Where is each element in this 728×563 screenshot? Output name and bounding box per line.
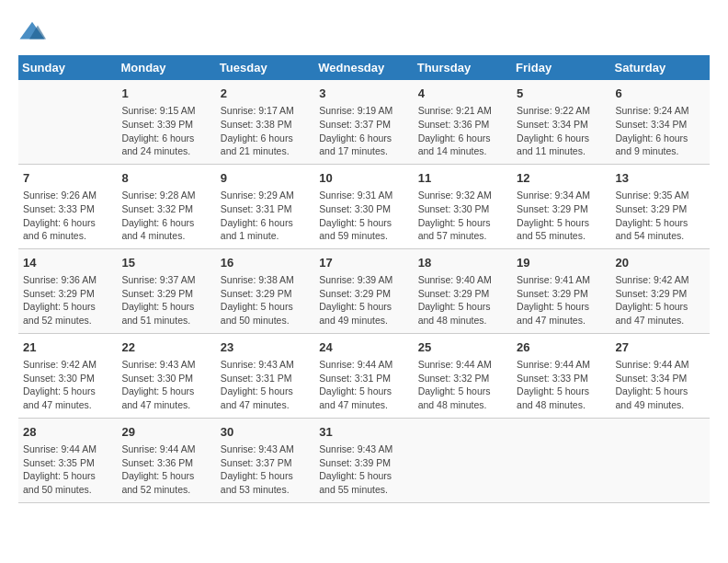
day-info: Sunrise: 9:35 AMSunset: 3:29 PMDaylight:… bbox=[616, 189, 705, 243]
day-info: Sunrise: 9:32 AMSunset: 3:30 PMDaylight:… bbox=[418, 189, 507, 243]
day-info: Sunrise: 9:37 AMSunset: 3:29 PMDaylight:… bbox=[121, 273, 210, 327]
day-number: 3 bbox=[319, 86, 408, 102]
header-day-friday: Friday bbox=[512, 55, 610, 80]
header-day-tuesday: Tuesday bbox=[216, 55, 314, 80]
day-number: 12 bbox=[517, 170, 606, 187]
day-number: 21 bbox=[23, 339, 112, 356]
calendar-cell: 31Sunrise: 9:43 AMSunset: 3:39 PMDayligh… bbox=[314, 418, 413, 502]
calendar-cell: 17Sunrise: 9:39 AMSunset: 3:29 PMDayligh… bbox=[314, 248, 413, 333]
day-number: 9 bbox=[221, 170, 310, 187]
calendar-cell: 30Sunrise: 9:43 AMSunset: 3:37 PMDayligh… bbox=[216, 418, 314, 502]
day-info: Sunrise: 9:15 AMSunset: 3:39 PMDaylight:… bbox=[121, 104, 210, 158]
day-number: 2 bbox=[221, 86, 310, 102]
day-info: Sunrise: 9:41 AMSunset: 3:29 PMDaylight:… bbox=[517, 273, 606, 327]
day-info: Sunrise: 9:29 AMSunset: 3:31 PMDaylight:… bbox=[221, 189, 310, 243]
calendar-cell: 13Sunrise: 9:35 AMSunset: 3:29 PMDayligh… bbox=[611, 164, 710, 248]
day-number: 10 bbox=[319, 170, 408, 187]
calendar-cell: 23Sunrise: 9:43 AMSunset: 3:31 PMDayligh… bbox=[216, 333, 314, 418]
calendar-cell: 12Sunrise: 9:34 AMSunset: 3:29 PMDayligh… bbox=[512, 164, 610, 248]
day-info: Sunrise: 9:39 AMSunset: 3:29 PMDaylight:… bbox=[319, 273, 408, 327]
day-number: 8 bbox=[121, 170, 210, 187]
day-number: 24 bbox=[319, 339, 408, 356]
day-info: Sunrise: 9:43 AMSunset: 3:31 PMDaylight:… bbox=[221, 358, 310, 412]
day-info: Sunrise: 9:22 AMSunset: 3:34 PMDaylight:… bbox=[517, 104, 606, 158]
calendar-cell: 20Sunrise: 9:42 AMSunset: 3:29 PMDayligh… bbox=[611, 248, 710, 333]
day-info: Sunrise: 9:44 AMSunset: 3:33 PMDaylight:… bbox=[517, 358, 606, 412]
calendar-cell: 25Sunrise: 9:44 AMSunset: 3:32 PMDayligh… bbox=[414, 333, 512, 418]
day-info: Sunrise: 9:42 AMSunset: 3:29 PMDaylight:… bbox=[616, 273, 705, 327]
day-number: 31 bbox=[319, 424, 408, 441]
day-info: Sunrise: 9:36 AMSunset: 3:29 PMDaylight:… bbox=[23, 273, 112, 327]
day-info: Sunrise: 9:40 AMSunset: 3:29 PMDaylight:… bbox=[418, 273, 507, 327]
day-number: 25 bbox=[418, 339, 507, 356]
day-info: Sunrise: 9:44 AMSunset: 3:32 PMDaylight:… bbox=[418, 358, 507, 412]
calendar-week-row: 14Sunrise: 9:36 AMSunset: 3:29 PMDayligh… bbox=[18, 248, 710, 333]
day-number: 18 bbox=[418, 255, 507, 271]
day-info: Sunrise: 9:44 AMSunset: 3:35 PMDaylight:… bbox=[23, 442, 112, 497]
day-number: 16 bbox=[221, 255, 310, 271]
day-number: 15 bbox=[121, 255, 210, 271]
header-day-sunday: Sunday bbox=[18, 55, 117, 80]
header-day-saturday: Saturday bbox=[611, 55, 710, 80]
calendar-week-row: 7Sunrise: 9:26 AMSunset: 3:33 PMDaylight… bbox=[18, 164, 710, 248]
day-number: 22 bbox=[121, 339, 210, 356]
day-number: 4 bbox=[418, 86, 507, 102]
calendar-cell: 19Sunrise: 9:41 AMSunset: 3:29 PMDayligh… bbox=[512, 248, 610, 333]
day-info: Sunrise: 9:43 AMSunset: 3:39 PMDaylight:… bbox=[319, 442, 408, 497]
calendar-cell: 29Sunrise: 9:44 AMSunset: 3:36 PMDayligh… bbox=[117, 418, 215, 502]
calendar-cell: 28Sunrise: 9:44 AMSunset: 3:35 PMDayligh… bbox=[18, 418, 117, 502]
day-info: Sunrise: 9:44 AMSunset: 3:34 PMDaylight:… bbox=[616, 358, 705, 412]
day-number: 26 bbox=[517, 339, 606, 356]
day-info: Sunrise: 9:26 AMSunset: 3:33 PMDaylight:… bbox=[23, 189, 112, 243]
calendar-week-row: 1Sunrise: 9:15 AMSunset: 3:39 PMDaylight… bbox=[18, 80, 710, 164]
day-number: 13 bbox=[616, 170, 705, 187]
calendar-cell bbox=[512, 418, 610, 502]
day-number: 28 bbox=[23, 424, 112, 441]
calendar-week-row: 28Sunrise: 9:44 AMSunset: 3:35 PMDayligh… bbox=[18, 418, 710, 502]
calendar-cell: 21Sunrise: 9:42 AMSunset: 3:30 PMDayligh… bbox=[18, 333, 117, 418]
calendar-cell: 2Sunrise: 9:17 AMSunset: 3:38 PMDaylight… bbox=[216, 80, 314, 164]
day-info: Sunrise: 9:43 AMSunset: 3:30 PMDaylight:… bbox=[121, 358, 210, 412]
calendar-cell: 15Sunrise: 9:37 AMSunset: 3:29 PMDayligh… bbox=[117, 248, 215, 333]
day-number: 17 bbox=[319, 255, 408, 271]
calendar-week-row: 21Sunrise: 9:42 AMSunset: 3:30 PMDayligh… bbox=[18, 333, 710, 418]
logo bbox=[18, 18, 50, 46]
day-info: Sunrise: 9:42 AMSunset: 3:30 PMDaylight:… bbox=[23, 358, 112, 412]
day-info: Sunrise: 9:21 AMSunset: 3:36 PMDaylight:… bbox=[418, 104, 507, 158]
calendar-cell: 7Sunrise: 9:26 AMSunset: 3:33 PMDaylight… bbox=[18, 164, 117, 248]
calendar-body: 1Sunrise: 9:15 AMSunset: 3:39 PMDaylight… bbox=[18, 80, 710, 502]
day-number: 27 bbox=[616, 339, 705, 356]
day-info: Sunrise: 9:44 AMSunset: 3:36 PMDaylight:… bbox=[121, 442, 210, 497]
day-number: 6 bbox=[616, 86, 705, 102]
day-number: 7 bbox=[23, 170, 112, 187]
calendar-cell: 6Sunrise: 9:24 AMSunset: 3:34 PMDaylight… bbox=[611, 80, 710, 164]
calendar-cell: 18Sunrise: 9:40 AMSunset: 3:29 PMDayligh… bbox=[414, 248, 512, 333]
calendar-cell: 5Sunrise: 9:22 AMSunset: 3:34 PMDaylight… bbox=[512, 80, 610, 164]
day-number: 29 bbox=[121, 424, 210, 441]
day-info: Sunrise: 9:43 AMSunset: 3:37 PMDaylight:… bbox=[221, 442, 310, 497]
calendar-cell: 1Sunrise: 9:15 AMSunset: 3:39 PMDaylight… bbox=[117, 80, 215, 164]
day-number: 11 bbox=[418, 170, 507, 187]
calendar-cell: 8Sunrise: 9:28 AMSunset: 3:32 PMDaylight… bbox=[117, 164, 215, 248]
calendar-cell: 4Sunrise: 9:21 AMSunset: 3:36 PMDaylight… bbox=[414, 80, 512, 164]
calendar-cell: 26Sunrise: 9:44 AMSunset: 3:33 PMDayligh… bbox=[512, 333, 610, 418]
day-info: Sunrise: 9:44 AMSunset: 3:31 PMDaylight:… bbox=[319, 358, 408, 412]
logo-icon bbox=[18, 18, 46, 46]
day-number: 14 bbox=[23, 255, 112, 271]
calendar-cell: 9Sunrise: 9:29 AMSunset: 3:31 PMDaylight… bbox=[216, 164, 314, 248]
day-info: Sunrise: 9:31 AMSunset: 3:30 PMDaylight:… bbox=[319, 189, 408, 243]
calendar-table: SundayMondayTuesdayWednesdayThursdayFrid… bbox=[18, 55, 710, 503]
calendar-cell: 11Sunrise: 9:32 AMSunset: 3:30 PMDayligh… bbox=[414, 164, 512, 248]
day-number: 23 bbox=[221, 339, 310, 356]
calendar-cell bbox=[414, 418, 512, 502]
day-info: Sunrise: 9:34 AMSunset: 3:29 PMDaylight:… bbox=[517, 189, 606, 243]
day-number: 20 bbox=[616, 255, 705, 271]
day-info: Sunrise: 9:24 AMSunset: 3:34 PMDaylight:… bbox=[616, 104, 705, 158]
day-number: 5 bbox=[517, 86, 606, 102]
calendar-cell: 27Sunrise: 9:44 AMSunset: 3:34 PMDayligh… bbox=[611, 333, 710, 418]
header-day-monday: Monday bbox=[117, 55, 215, 80]
day-info: Sunrise: 9:28 AMSunset: 3:32 PMDaylight:… bbox=[121, 189, 210, 243]
calendar-cell bbox=[18, 80, 117, 164]
calendar-header-row: SundayMondayTuesdayWednesdayThursdayFrid… bbox=[18, 55, 710, 80]
calendar-cell: 10Sunrise: 9:31 AMSunset: 3:30 PMDayligh… bbox=[314, 164, 413, 248]
